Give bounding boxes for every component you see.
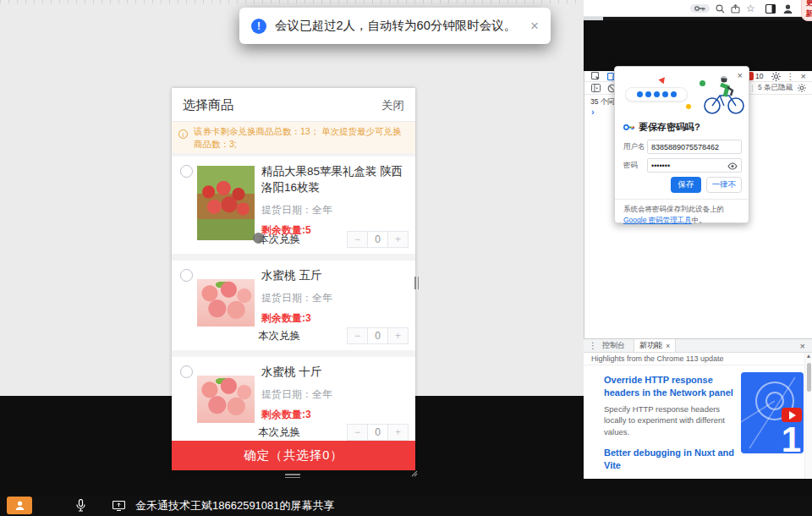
viewport-resize-handle-right[interactable] <box>414 277 420 289</box>
product-stock: 剩余数量:3 <box>261 311 409 326</box>
console-settings-gear-icon[interactable] <box>798 84 806 92</box>
info-circle-icon: ! <box>251 19 266 34</box>
confetti-dot-yellow <box>686 104 691 109</box>
username-row: 用户名 8385889075578462 <box>623 140 742 154</box>
stepper-plus-button[interactable]: + <box>387 231 409 248</box>
scrollbar-thumb[interactable] <box>807 363 811 392</box>
chrome-113-thumbnail[interactable]: 1 <box>741 372 804 453</box>
product-image <box>197 166 255 240</box>
page-title: 选择商品 <box>183 97 233 113</box>
stepper-minus-button[interactable]: − <box>347 231 368 248</box>
screen: 礼盒营销平台管理中心 × 系统培训学习 × 门店管理中心 × × + — <box>0 0 812 516</box>
profile-avatar-icon[interactable] <box>782 3 793 14</box>
whats-new-body: Override HTTP response headers in the Ne… <box>584 365 812 479</box>
product-radio[interactable] <box>180 269 193 282</box>
mobile-viewport: 选择商品 关闭 i 该券卡剩余兑换商品总数：13； 单次提货最少可兑换商品数：3… <box>172 88 415 470</box>
share-label: 金禾通技术王斌18662591081的屏幕共享 <box>135 498 335 513</box>
devtools-close-icon[interactable]: × <box>801 71 806 81</box>
zoom-icon[interactable] <box>716 4 725 14</box>
product-card: 水蜜桃 五斤 提货日期：全年 剩余数量:3 本次兑换 − 0 + <box>172 261 415 350</box>
stepper-plus-button[interactable]: + <box>387 327 409 344</box>
stepper-minus-button[interactable]: − <box>347 424 368 441</box>
quantity-stepper: − 0 + <box>348 231 409 248</box>
ruler-ticks <box>0 0 584 3</box>
update-label: 更新 <box>806 0 812 19</box>
exchange-label: 本次兑换 <box>258 329 300 343</box>
product-title: 精品大果85苹果礼盒装 陕西洛阳16枚装 <box>261 164 409 196</box>
share-icon[interactable] <box>731 4 740 14</box>
exchange-label: 本次兑换 <box>258 233 300 247</box>
product-radio[interactable] <box>180 365 193 378</box>
product-title: 水蜜桃 十斤 <box>261 365 409 381</box>
product-date: 提货日期：全年 <box>261 387 409 402</box>
bookmark-star-icon[interactable]: ☆ <box>746 3 755 14</box>
devtools-kebab-icon[interactable]: ⋮ <box>787 72 795 81</box>
product-card: 水蜜桃 十斤 提货日期：全年 剩余数量:3 本次兑换 − 0 + <box>172 357 415 447</box>
password-manager-link[interactable]: Google 密码管理工具 <box>623 216 692 224</box>
never-button[interactable]: 一律不 <box>706 177 742 193</box>
stepper-value[interactable]: 0 <box>367 424 388 441</box>
coupon-notice: i 该券卡剩余兑换商品总数：13； 单次提货最少可兑换商品数：3; <box>172 122 415 153</box>
confirm-button[interactable]: 确定（共选择0） <box>172 441 415 470</box>
confetti-triangle <box>658 73 669 85</box>
side-panel-icon[interactable] <box>765 4 776 14</box>
whats-new-desc: Specify HTTP response headers locally to… <box>604 403 736 438</box>
close-page-button[interactable]: 关闭 <box>381 98 404 113</box>
dialog-title-row: 要保存密码吗? <box>623 121 700 134</box>
screen-share-icon <box>112 501 125 511</box>
password-mask: ••••••• <box>651 162 670 170</box>
drawer-kebab-icon[interactable]: ⋮ <box>589 341 597 350</box>
scroll-up-icon[interactable]: ▲ <box>806 353 812 359</box>
product-radio[interactable] <box>180 165 193 178</box>
viewport-resize-handle-corner[interactable] <box>409 469 418 477</box>
cyclist-illustration <box>701 74 745 116</box>
shared-cursor <box>253 233 264 244</box>
console-sidebar-icon[interactable] <box>591 84 601 92</box>
devtools-settings-gear-icon[interactable] <box>771 72 781 81</box>
chrome-version-number: 1 <box>782 420 801 453</box>
product-card: 精品大果85苹果礼盒装 陕西洛阳16枚装 提货日期：全年 剩余数量:5 本次兑换… <box>172 156 415 254</box>
password-field[interactable]: ••••••• <box>647 158 742 173</box>
tab-whats-new[interactable]: 新功能 × <box>634 339 676 352</box>
inspect-element-icon[interactable] <box>591 72 601 81</box>
product-title: 水蜜桃 五斤 <box>261 268 409 284</box>
product-stock: 剩余数量:3 <box>261 408 409 422</box>
stepper-plus-button[interactable]: + <box>387 424 409 441</box>
exchange-label: 本次兑换 <box>258 425 300 440</box>
omnibox-actions: ☆ 更新 ⋮ <box>690 0 812 17</box>
whats-new-desc: Enhanced stack trace now hides irrelevan… <box>604 476 736 479</box>
hidden-messages-label[interactable]: 5 条已隐藏 <box>758 83 793 93</box>
mobile-header: 选择商品 关闭 <box>172 88 415 122</box>
sharer-avatar <box>7 497 32 514</box>
toast-close-icon[interactable]: × <box>530 18 539 35</box>
console-prompt-icon[interactable]: › <box>591 107 595 117</box>
youtube-play-icon[interactable] <box>782 408 802 422</box>
dialog-footer: 系统会将密码保存到此设备上的 Google 密码管理工具中。 <box>615 199 749 230</box>
username-field[interactable]: 8385889075578462 <box>647 140 742 154</box>
password-key-icon[interactable] <box>690 4 710 13</box>
save-password-dialog: × 要保存密码吗? 用户名 8385889075578462 <box>614 66 749 223</box>
viewport-resize-handle-bottom[interactable] <box>285 472 300 478</box>
product-date: 提货日期：全年 <box>261 203 409 217</box>
username-label: 用户名 <box>623 142 647 152</box>
stepper-value[interactable]: 0 <box>367 231 388 248</box>
whats-new-link[interactable]: Better debugging in Nuxt and Vite <box>604 447 736 472</box>
whats-new-header: Highlights from the Chrome 113 update <box>584 353 812 365</box>
whats-new-scrollbar[interactable]: ▲ <box>804 353 812 479</box>
google-password-key-icon <box>623 124 634 131</box>
show-password-eye-icon[interactable] <box>727 162 738 170</box>
product-image <box>197 362 255 442</box>
whats-new-link[interactable]: Override HTTP response headers in the Ne… <box>604 374 736 399</box>
drawer-close-icon[interactable]: × <box>800 341 805 351</box>
update-button[interactable]: 更新 ⋮ <box>801 0 812 21</box>
dialog-title: 要保存密码吗? <box>639 121 700 134</box>
tab-close-icon[interactable]: × <box>666 342 670 350</box>
drawer-tab-bar: ⋮ 控制台 新功能 × × <box>584 338 812 353</box>
save-button[interactable]: 保存 <box>671 177 701 193</box>
password-row: 密码 ••••••• <box>623 158 742 173</box>
stepper-value[interactable]: 0 <box>367 327 388 344</box>
tab-console[interactable]: 控制台 <box>602 340 625 351</box>
toast-text: 会议已超过2人，自动转为60分钟限时会议。 <box>275 18 524 34</box>
stepper-minus-button[interactable]: − <box>347 327 368 344</box>
microphone-icon <box>76 499 85 512</box>
